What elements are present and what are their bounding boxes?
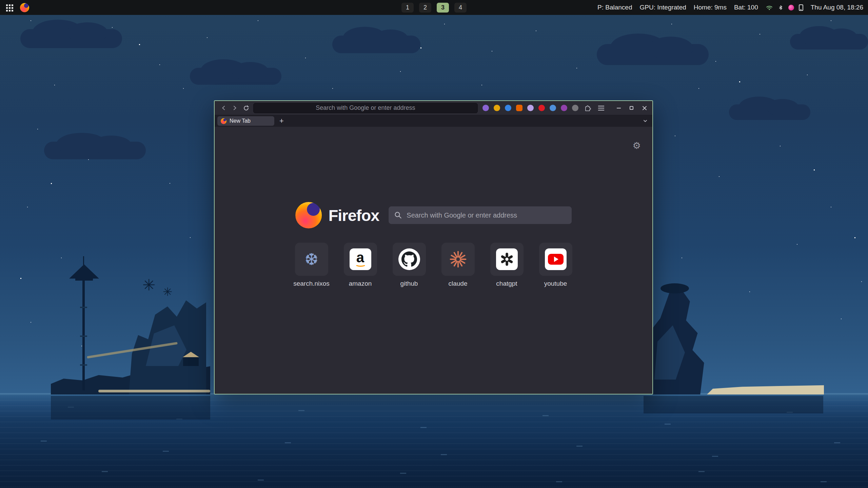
shortcut-tiles: ❆ search.nixos a amazon — [295, 243, 572, 287]
shortcut-label: claude — [449, 280, 468, 287]
extension-icon-3[interactable] — [505, 105, 511, 111]
shortcut-claude[interactable]: claude — [441, 243, 475, 287]
wallpaper-watchtower-rung — [80, 364, 87, 366]
shortcut-search-nixos[interactable]: ❆ search.nixos — [295, 243, 328, 287]
firefox-launcher-button[interactable] — [19, 2, 31, 14]
firefox-icon — [20, 3, 29, 12]
forward-arrow-icon — [232, 105, 238, 111]
workspace-switcher: 1 2 3 4 — [401, 0, 467, 15]
extensions-button[interactable] — [583, 104, 592, 113]
wallpaper-cloud — [597, 44, 709, 65]
palm-tree-icon: ✳ — [163, 286, 173, 298]
workspace-button-1[interactable]: 1 — [401, 3, 414, 13]
tab-new-tab[interactable]: New Tab — [217, 116, 274, 126]
shortcut-label: search.nixos — [293, 280, 330, 287]
shortcut-tile — [539, 243, 572, 276]
extension-icon-8[interactable] — [561, 105, 567, 111]
back-button[interactable] — [218, 103, 229, 114]
reload-button[interactable] — [241, 103, 252, 114]
app-menu-button[interactable] — [597, 104, 606, 113]
list-all-tabs-button[interactable] — [641, 117, 650, 125]
new-tab-button[interactable]: + — [277, 117, 286, 126]
minimize-button[interactable] — [614, 104, 623, 113]
new-tab-page: ⚙ Firefox ❆ search.nixos — [215, 127, 652, 394]
shortcut-tile — [393, 243, 426, 276]
battery-status: Bat: 100 — [734, 4, 758, 11]
wallpaper-cloud — [790, 34, 868, 49]
youtube-icon — [545, 248, 567, 270]
shortcut-tile: a — [344, 243, 377, 276]
extension-toolbar — [482, 104, 606, 113]
maximize-icon — [630, 106, 633, 110]
app-launcher-button[interactable] — [4, 2, 14, 13]
media-indicator-icon — [788, 5, 794, 11]
clock: Thu Aug 08, 18:26 — [811, 4, 863, 11]
workspace-button-3-active[interactable]: 3 — [437, 3, 449, 13]
tab-title: New Tab — [230, 118, 251, 124]
workspace-button-2[interactable]: 2 — [419, 3, 431, 13]
github-octocat-icon — [398, 248, 420, 270]
system-tray — [766, 4, 803, 11]
extension-icon-5[interactable] — [527, 105, 534, 111]
claude-starburst-icon — [449, 250, 467, 268]
wallpaper-reflection — [644, 396, 823, 413]
tab-bar: New Tab + — [215, 115, 652, 127]
firefox-logo — [295, 202, 322, 228]
shortcut-tile: ❆ — [295, 243, 328, 276]
shortcut-label: chatgpt — [496, 280, 517, 287]
search-icon — [394, 211, 402, 219]
window-controls — [614, 104, 649, 113]
wallpaper-watchtower-rung — [80, 307, 87, 308]
minimize-icon — [617, 108, 621, 108]
newtab-search — [389, 206, 572, 224]
newtab-search-input[interactable] — [389, 206, 572, 224]
firefox-wordmark: Firefox — [329, 206, 379, 225]
wallpaper-cloud — [729, 104, 810, 120]
extension-icon-7[interactable] — [550, 105, 556, 111]
palm-tree-icon: ✳ — [142, 277, 156, 293]
shortcut-github[interactable]: github — [393, 243, 426, 287]
back-arrow-icon — [221, 105, 226, 111]
reload-icon — [243, 105, 249, 111]
device-icon — [799, 4, 803, 11]
amazon-smile-icon — [355, 262, 366, 267]
puzzle-piece-icon — [584, 105, 591, 111]
shortcut-label: amazon — [349, 280, 372, 287]
shortcut-amazon[interactable]: a amazon — [344, 243, 377, 287]
extension-icon-9[interactable] — [572, 105, 578, 111]
wifi-icon — [766, 5, 773, 11]
apps-grid-icon — [6, 4, 8, 6]
extension-icon-4[interactable] — [516, 105, 522, 111]
firefox-favicon — [221, 118, 226, 124]
chevron-down-icon — [643, 118, 648, 124]
shortcut-label: youtube — [544, 280, 567, 287]
wallpaper-sand-strip — [98, 390, 210, 392]
play-triangle-icon — [554, 257, 558, 262]
wallpaper-watchtower-finial — [83, 256, 84, 265]
extension-icon-6[interactable] — [538, 105, 545, 111]
shortcut-youtube[interactable]: youtube — [539, 243, 572, 287]
amazon-icon: a — [350, 248, 371, 270]
power-profile-status: P: Balanced — [597, 4, 632, 11]
wallpaper-cloud — [190, 68, 281, 85]
workspace-button-4[interactable]: 4 — [454, 3, 467, 13]
extension-icon-2[interactable] — [494, 105, 500, 111]
maximize-button[interactable] — [627, 104, 636, 113]
shortcut-tile — [490, 243, 524, 276]
wallpaper-rock-bush — [660, 283, 689, 293]
wallpaper-watchtower-rung — [80, 336, 87, 337]
shortcut-chatgpt[interactable]: chatgpt — [490, 243, 524, 287]
close-button[interactable] — [640, 104, 649, 113]
extension-icon-1[interactable] — [482, 105, 489, 111]
shortcut-tile — [441, 243, 475, 276]
urlbar-input[interactable] — [253, 103, 478, 113]
wallpaper-cloud — [44, 142, 146, 159]
forward-button[interactable] — [229, 103, 240, 114]
youtube-play-icon — [548, 254, 564, 265]
top-bar-left — [0, 2, 31, 14]
wallpaper-hut — [183, 357, 199, 366]
personalize-settings-button[interactable]: ⚙ — [631, 140, 642, 151]
hamburger-icon — [598, 106, 604, 106]
top-bar: 1 2 3 4 P: Balanced GPU: Integrated Home… — [0, 0, 868, 15]
gpu-status: GPU: Integrated — [639, 4, 686, 11]
